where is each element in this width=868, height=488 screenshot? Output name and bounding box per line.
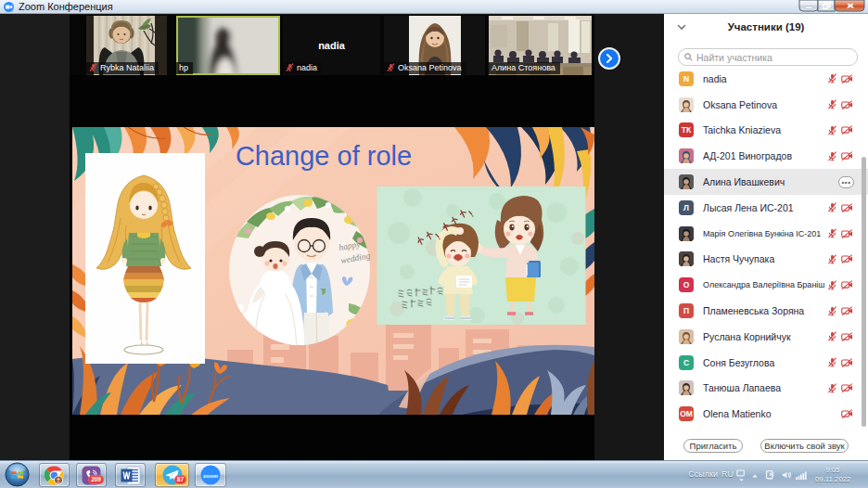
avatar-photo-image [679,380,694,395]
maximize-button[interactable] [818,0,835,11]
avatar-letter: П [679,303,694,318]
video-tile-4[interactable]: Oksana Petinova [384,16,485,75]
search-placeholder: Найти участника [696,52,772,63]
participant-status-icons [827,202,853,212]
unmute-button[interactable]: Включить свой звук [760,439,849,453]
participant-row[interactable]: OMOlena Matienko [664,401,868,427]
panel-scrollbar[interactable] [862,157,866,427]
video-off-icon [841,358,853,367]
participant-row[interactable]: Алина Ивашкевич••• [664,169,868,195]
avatar-photo-image [679,148,694,163]
window-title: Zoom Конференция [19,1,113,12]
participant-row[interactable]: ТКTaichka Kniazieva [664,118,868,144]
video-off-icon [841,254,853,263]
participants-title: Участники (19) [664,21,868,32]
participant-status-icons [827,383,853,393]
avatar-photo [679,329,694,344]
participant-row[interactable]: ППламеневська Зоряна [664,298,868,324]
word-icon [121,466,141,485]
avatar-photo-image [679,226,694,241]
participant-row[interactable]: ЛЛысая Лена ИС-201 [664,195,868,221]
participant-name: Настя Чучупака [703,253,774,264]
participant-more-button[interactable]: ••• [838,176,854,188]
avatar-photo [679,380,694,395]
mic-muted-icon [89,63,97,72]
mic-muted-icon [827,151,837,161]
start-button[interactable] [5,462,30,487]
participant-row[interactable]: Nnadia [664,66,868,92]
shared-screen-area: Rybka Nataliia hpnadia nadia [0,14,664,460]
avatar-photo-image [679,97,694,112]
screen: Zoom Конференция [0,0,868,488]
chrome-icon [45,466,64,485]
video-off-icon [841,151,853,161]
participant-name: Пламеневська Зоряна [703,305,804,316]
video-tile-5[interactable]: Алина Стоянова [489,16,592,75]
avatar-letter: Л [679,200,694,215]
tile-name-text: hp [179,63,188,72]
telegram-taskbar-button[interactable]: 87 [155,463,189,487]
search-input[interactable]: Найти участника [678,48,858,66]
video-off-icon [841,203,853,212]
minimize-button[interactable] [799,0,818,11]
participant-name: Oksana Petinova [703,99,777,110]
notification-badge: 209 [88,475,104,484]
participant-row[interactable]: Oksana Petinova [664,92,868,118]
video-tile-1[interactable]: Rybka Nataliia [86,16,167,75]
participant-status-icons [827,254,853,264]
participant-row[interactable]: ССоня Безуглова [664,350,868,376]
video-off-icon [841,229,853,238]
avatar-photo-image [679,251,694,266]
avatar-photo-image [679,174,694,189]
participant-status-icons [827,306,853,316]
participant-status-icons [827,357,853,367]
network-icon[interactable] [796,471,807,480]
zoom-taskbar-button[interactable]: zoom [195,463,226,487]
tile-name-text: Алина Стоянова [491,63,555,72]
tile-name-text: nadia [297,63,317,72]
mic-muted-icon [827,280,837,290]
tile-name-label: nadia [283,62,322,74]
zoom-app-icon [4,2,14,12]
notification-badge: 87 [174,475,186,484]
filmstrip-next-button[interactable] [598,47,620,70]
participant-row[interactable]: Танюша Лапаева [664,376,868,402]
video-tile-3[interactable]: nadia nadia [283,16,380,75]
mic-muted-icon [387,63,395,72]
avatar-photo-image [679,329,694,344]
participant-row[interactable]: АД-201 Виноградов [664,143,868,169]
taskbar: 209 87 zoom Ссылки RU [0,460,868,488]
participant-name: Марія Олегівна Бункіна ІС-201 [703,229,821,238]
invite-button[interactable]: Пригласить [683,439,743,453]
avatar-photo [679,148,694,163]
viber-taskbar-button[interactable]: 209 [76,463,107,487]
show-hidden-icons[interactable] [751,473,759,479]
participant-row[interactable]: Руслана Корнийчук [664,324,868,350]
avatar-photo [679,226,694,241]
video-tile-2[interactable]: hp [176,16,280,75]
participant-status-icons [841,409,853,418]
close-button[interactable] [835,0,864,11]
participants-list: Nnadia Oksana Petinova ТКTaichka Kniazie… [664,66,868,427]
mic-muted-icon [827,254,837,264]
slide-image-girl [85,153,205,364]
participant-status-icons [827,280,853,290]
word-taskbar-button[interactable] [115,463,146,487]
device-icon[interactable] [765,469,775,481]
video-off-icon [841,280,853,289]
taskbar-clock[interactable]: 9:05 09.11.2022 [815,466,850,484]
participant-row[interactable]: Марія Олегівна Бункіна ІС-201 [664,221,868,247]
chrome-taskbar-button[interactable] [39,463,70,487]
keyboard-layout-icon[interactable] [736,469,746,482]
participants-header: Участники (19) [664,14,868,42]
participant-name: АД-201 Виноградов [703,150,792,161]
tile-name-label: Алина Стоянова [489,62,560,74]
participant-row[interactable]: Настя Чучупака [664,247,868,273]
avatar-letter: ТК [679,122,694,137]
language-indicator[interactable]: RU [721,469,734,479]
avatar-photo [679,174,694,189]
links-toolbar[interactable]: Ссылки [688,469,718,479]
participant-row[interactable]: ООлександра Валеріївна Браніш [664,272,868,298]
window-controls [798,0,865,12]
volume-icon[interactable] [782,470,792,480]
